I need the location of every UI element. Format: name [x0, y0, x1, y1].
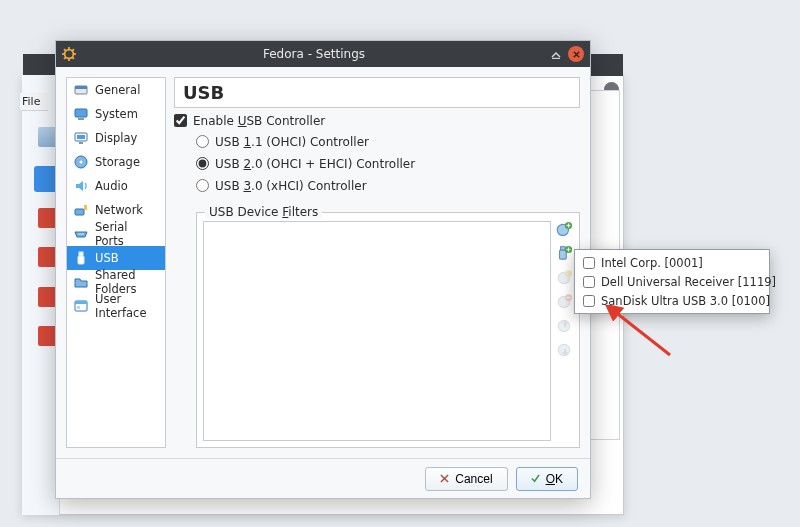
remove-filter-button — [555, 293, 573, 311]
sidebar-item-system[interactable]: System — [67, 102, 165, 126]
enable-usb-controller-checkbox[interactable]: Enable USB Controller — [174, 114, 580, 127]
svg-point-20 — [80, 161, 83, 164]
ok-icon — [531, 474, 540, 483]
panel-heading-box: USB — [174, 77, 580, 108]
usb-filter-button-column — [555, 221, 575, 359]
sidebar-item-label: Storage — [95, 155, 140, 169]
radio-label: USB 1.1 (OHCI) Controller — [215, 136, 369, 148]
usb-device-menuitem[interactable]: Intel Corp. [0001] — [577, 253, 767, 272]
move-filter-up-button — [555, 317, 573, 335]
settings-sidebar: General System Display Storage Audio Net… — [66, 77, 166, 448]
usb-device-menuitem[interactable]: SanDisk Ultra USB 3.0 [0100] — [577, 291, 767, 310]
sidebar-item-user-interface[interactable]: User Interface — [67, 294, 165, 318]
svg-rect-13 — [75, 86, 87, 89]
checkbox-label: Enable USB Controller — [193, 115, 325, 127]
usb-device-menuitem[interactable]: Dell Universal Receiver [1119] — [577, 272, 767, 291]
svg-point-23 — [78, 233, 79, 234]
sidebar-item-label: Serial Ports — [95, 220, 159, 248]
usb-device-label: Dell Universal Receiver [1119] — [601, 275, 776, 289]
add-empty-filter-button[interactable] — [555, 221, 573, 239]
gear-icon — [62, 47, 76, 61]
svg-rect-18 — [79, 142, 83, 144]
sidebar-item-label: Display — [95, 131, 137, 145]
sidebar-item-usb[interactable]: USB — [67, 246, 165, 270]
panel-heading: USB — [183, 82, 571, 103]
move-filter-down-button — [555, 341, 573, 359]
svg-rect-17 — [77, 135, 85, 139]
svg-point-37 — [565, 270, 572, 277]
button-label: OK — [546, 472, 563, 486]
display-icon — [73, 130, 89, 146]
sidebar-item-label: User Interface — [95, 292, 159, 320]
usb-device-label: SanDisk Ultra USB 3.0 [0100] — [601, 294, 770, 308]
usb-2-0-radio[interactable]: USB 2.0 (OHCI + EHCI) Controller — [196, 157, 580, 170]
sidebar-item-label: USB — [95, 251, 119, 265]
usb-device-checkbox[interactable] — [583, 257, 595, 269]
edit-filter-button — [555, 269, 573, 287]
serial-ports-icon — [73, 226, 89, 242]
svg-rect-21 — [75, 209, 84, 215]
sidebar-item-display[interactable]: Display — [67, 126, 165, 150]
cancel-icon — [440, 474, 449, 483]
svg-rect-22 — [84, 205, 87, 210]
usb-1-1-radio[interactable]: USB 1.1 (OHCI) Controller — [196, 135, 580, 148]
radio-label: USB 3.0 (xHCI) Controller — [215, 180, 367, 192]
usb-device-filters-fieldset: USB Device Filters — [196, 212, 580, 448]
settings-content-usb: USB Enable USB Controller USB 1.1 (OHCI)… — [174, 77, 580, 448]
usb-device-checkbox[interactable] — [583, 276, 595, 288]
general-icon — [73, 82, 89, 98]
sidebar-item-serial-ports[interactable]: Serial Ports — [67, 222, 165, 246]
usb-2-0-radio-input[interactable] — [196, 157, 209, 170]
sidebar-item-shared-folders[interactable]: Shared Folders — [67, 270, 165, 294]
close-button[interactable] — [568, 46, 584, 62]
add-filter-from-device-button[interactable] — [555, 245, 573, 263]
svg-point-24 — [80, 233, 81, 234]
sidebar-item-network[interactable]: Network — [67, 198, 165, 222]
sidebar-item-label: System — [95, 107, 138, 121]
sidebar-item-general[interactable]: General — [67, 78, 165, 102]
svg-rect-15 — [78, 118, 84, 120]
svg-point-25 — [82, 233, 83, 234]
usb-1-1-radio-input[interactable] — [196, 135, 209, 148]
system-icon — [73, 106, 89, 122]
sidebar-item-label: Network — [95, 203, 143, 217]
usb-version-radiogroup: USB 1.1 (OHCI) Controller USB 2.0 (OHCI … — [174, 135, 580, 192]
sidebar-item-audio[interactable]: Audio — [67, 174, 165, 198]
sidebar-item-storage[interactable]: Storage — [67, 150, 165, 174]
minimize-button[interactable] — [548, 46, 564, 62]
enable-usb-controller-input[interactable] — [174, 114, 187, 127]
svg-line-6 — [72, 57, 74, 59]
svg-rect-29 — [75, 301, 87, 304]
fieldset-legend: USB Device Filters — [205, 205, 322, 219]
usb-3-0-radio[interactable]: USB 3.0 (xHCI) Controller — [196, 179, 580, 192]
svg-rect-34 — [560, 250, 567, 259]
sidebar-item-label: Audio — [95, 179, 128, 193]
button-label: Cancel — [455, 472, 492, 486]
dialog-titlebar: Fedora - Settings — [56, 41, 590, 67]
ok-button[interactable]: OK — [516, 467, 578, 491]
audio-icon — [73, 178, 89, 194]
user-interface-icon — [73, 298, 89, 314]
svg-rect-27 — [78, 256, 84, 264]
svg-rect-14 — [75, 109, 87, 117]
sidebar-item-label: General — [95, 83, 140, 97]
svg-rect-30 — [77, 306, 80, 309]
cancel-button[interactable]: Cancel — [425, 467, 507, 491]
storage-icon — [73, 154, 89, 170]
network-icon — [73, 202, 89, 218]
radio-label: USB 2.0 (OHCI + EHCI) Controller — [215, 158, 415, 170]
usb-3-0-radio-input[interactable] — [196, 179, 209, 192]
dialog-footer: Cancel OK — [56, 458, 590, 498]
usb-icon — [73, 250, 89, 266]
file-menu[interactable]: File — [20, 93, 48, 111]
settings-dialog: Fedora - Settings General System Display — [55, 40, 591, 499]
usb-device-checkbox[interactable] — [583, 295, 595, 307]
svg-rect-26 — [79, 252, 83, 256]
shared-folders-icon — [73, 274, 89, 290]
usb-filters-listbox[interactable] — [203, 221, 551, 441]
file-menu-label: File — [22, 95, 40, 108]
dialog-title: Fedora - Settings — [84, 47, 544, 61]
svg-line-7 — [72, 49, 74, 51]
usb-device-label: Intel Corp. [0001] — [601, 256, 703, 270]
svg-line-5 — [64, 49, 66, 51]
